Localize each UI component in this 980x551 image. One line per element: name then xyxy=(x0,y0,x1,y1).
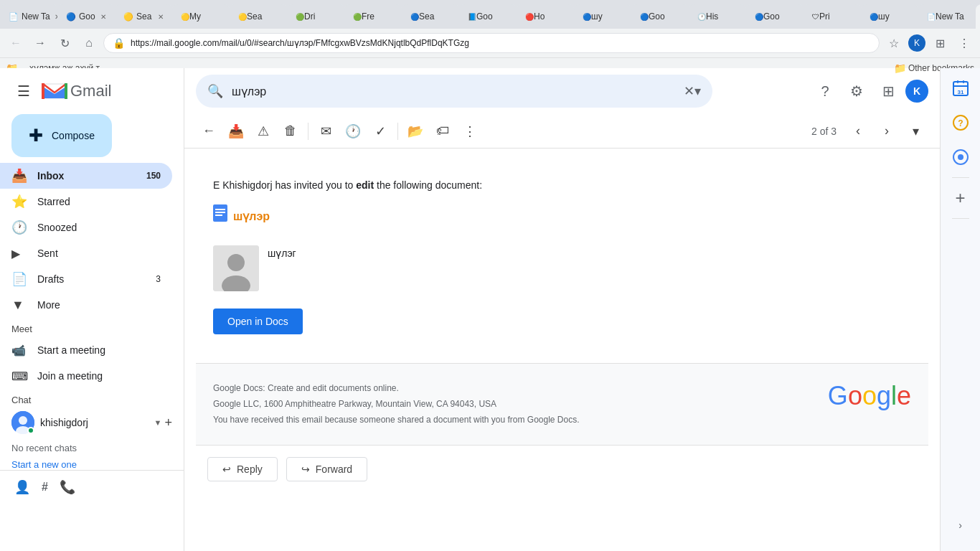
invite-text-before: E Khishigdorj has invited you to xyxy=(213,179,356,191)
tab-5[interactable]: 🟡 Sea xyxy=(230,4,287,29)
reply-button[interactable]: ↩ Reply xyxy=(207,457,278,481)
toolbar-separator-1 xyxy=(308,123,308,140)
home-button[interactable]: ⌂ xyxy=(79,33,99,53)
apps-button[interactable]: ⊞ xyxy=(874,77,903,105)
sent-icon: ▶ xyxy=(11,247,26,260)
svg-rect-7 xyxy=(215,212,225,213)
tab-1[interactable]: 📄 New Ta ✕ xyxy=(0,4,57,29)
nav-item-more[interactable]: ▼ More xyxy=(0,292,172,318)
e-letter: e xyxy=(897,381,911,410)
forward-label: Forward xyxy=(316,463,352,475)
tasks-icon: ? xyxy=(952,114,969,131)
tab-3[interactable]: 🟡 Sea ✕ xyxy=(115,4,172,29)
tab-10[interactable]: 🔴 Ho xyxy=(517,4,574,29)
meet-join-button[interactable]: ⌨ Join a meeting xyxy=(0,363,184,389)
address-bar[interactable]: 🔒 https://mail.google.com/mail/u/0/#sear… xyxy=(103,33,880,53)
nav-item-starred[interactable]: ⭐ Starred xyxy=(0,189,172,215)
sent-label: Sent xyxy=(37,248,161,259)
tab-icon-1: 📄 xyxy=(9,12,19,22)
tab-9[interactable]: 📘 Goo xyxy=(459,4,517,29)
prev-email-button[interactable]: ‹ xyxy=(845,118,871,144)
tab-13[interactable]: 🕐 His xyxy=(689,4,746,29)
chat-user[interactable]: khishigdorj ▼ + xyxy=(0,408,184,437)
report-spam-button[interactable]: ⚠ xyxy=(250,118,276,144)
phone-icon-button[interactable]: 📞 xyxy=(57,476,78,498)
mark-unread-button[interactable]: ✉ xyxy=(313,118,339,144)
nav-item-snoozed[interactable]: 🕐 Snoozed xyxy=(0,215,172,240)
footer-text: Google Docs: Create and edit documents o… xyxy=(213,381,580,428)
more-email-options-button[interactable]: ▾ xyxy=(903,118,928,144)
user-avatar-button[interactable]: K xyxy=(905,80,928,103)
nav-item-drafts[interactable]: 📄 Drafts 3 xyxy=(0,266,172,292)
start-new-chat-link[interactable]: Start a new one xyxy=(0,459,184,470)
chat-dropdown-icon[interactable]: ▼ xyxy=(154,418,162,427)
tab-16[interactable]: 🔵 шу xyxy=(861,4,918,29)
document-link[interactable]: шүлэр xyxy=(213,204,911,228)
meet-start-button[interactable]: 📹 Start a meeting xyxy=(0,337,184,363)
nav-item-sent[interactable]: ▶ Sent xyxy=(0,240,172,266)
more-actions-button[interactable]: ⋮ xyxy=(457,118,483,144)
compose-button[interactable]: ✚ Compose xyxy=(11,114,112,157)
extensions-button[interactable]: ⊞ xyxy=(930,33,950,53)
tab-17[interactable]: 📄 New Ta xyxy=(918,4,976,29)
tab-close-3[interactable]: ✕ xyxy=(154,13,164,21)
search-clear-button[interactable]: ✕ xyxy=(684,83,694,99)
person-icon-button[interactable]: 👤 xyxy=(11,476,33,498)
footer-line-1: Google Docs: Create and edit documents o… xyxy=(213,381,580,397)
reload-button[interactable]: ↻ xyxy=(55,33,75,53)
snooze-button[interactable]: 🕐 xyxy=(340,118,366,144)
hashtag-icon-button[interactable]: # xyxy=(39,476,51,498)
help-button[interactable]: ? xyxy=(811,77,839,105)
tab-bar: 📄 New Ta ✕ 🔵 Goo ✕ 🟡 Sea ✕ 🟡 My 🟡 Sea 🟢 … xyxy=(0,0,980,29)
tab-11[interactable]: 🔵 шу xyxy=(574,4,631,29)
tab-7[interactable]: 🟢 Fre xyxy=(344,4,402,29)
move-to-button[interactable]: 📂 xyxy=(402,118,428,144)
chat-add-button[interactable]: + xyxy=(164,415,172,430)
tab-close-2[interactable]: ✕ xyxy=(96,13,106,21)
tab-6[interactable]: 🟢 Dri xyxy=(287,4,344,29)
docs-icon xyxy=(213,204,227,228)
more-icon: ▼ xyxy=(11,298,26,313)
settings-button[interactable]: ⚙ xyxy=(842,77,871,105)
tab-4[interactable]: 🟡 My xyxy=(172,4,230,29)
archive-button[interactable]: 📥 xyxy=(223,118,249,144)
nav-item-inbox[interactable]: 📥 Inbox 150 xyxy=(0,163,172,189)
forward-button[interactable]: ↪ Forward xyxy=(286,457,367,481)
search-advanced-button[interactable]: ▾ xyxy=(694,83,701,99)
label-button[interactable]: 🏷 xyxy=(430,118,456,144)
expand-icon-button[interactable]: › xyxy=(946,511,975,540)
delete-button[interactable]: 🗑 xyxy=(278,118,303,144)
back-to-list-button[interactable]: ← xyxy=(196,118,222,144)
header-actions: ? ⚙ ⊞ K xyxy=(811,77,928,105)
add-task-button[interactable]: ✓ xyxy=(367,118,393,144)
profile-button[interactable]: K xyxy=(908,34,925,52)
search-input[interactable] xyxy=(232,85,684,98)
tab-2[interactable]: 🔵 Goo ✕ xyxy=(57,4,115,29)
tab-15[interactable]: 🛡 Pri xyxy=(804,4,861,29)
google-logo: Google xyxy=(828,381,911,411)
tab-12[interactable]: 🔵 Goo xyxy=(631,4,689,29)
tab-14[interactable]: 🔵 Goo xyxy=(746,4,804,29)
reply-icon: ↩ xyxy=(222,463,231,475)
bookmark-star-button[interactable]: ☆ xyxy=(884,33,904,53)
address-text: https://mail.google.com/mail/u/0/#search… xyxy=(131,38,870,48)
tab-8[interactable]: 🔵 Sea xyxy=(402,4,459,29)
hamburger-button[interactable]: ☰ xyxy=(11,77,36,105)
next-email-button[interactable]: › xyxy=(874,118,900,144)
menu-button[interactable]: ⋮ xyxy=(954,33,974,53)
drafts-icon: 📄 xyxy=(11,271,26,287)
tab-label-1: New Ta xyxy=(22,11,50,22)
tasks-icon-button[interactable]: ? xyxy=(946,108,975,137)
tab-18[interactable]: ✉ M ✕ xyxy=(976,4,980,29)
forward-button[interactable]: → xyxy=(30,33,50,53)
open-in-docs-button[interactable]: Open in Docs xyxy=(213,309,303,334)
drafts-label: Drafts xyxy=(37,273,156,285)
back-button[interactable]: ← xyxy=(6,33,26,53)
svg-rect-15 xyxy=(963,80,964,83)
keep-icon-button[interactable] xyxy=(946,143,975,171)
svg-rect-0 xyxy=(42,83,44,99)
calendar-icon-button[interactable]: 31 xyxy=(946,74,975,103)
tab-close-1[interactable]: ✕ xyxy=(50,13,57,21)
add-icon-button[interactable]: + xyxy=(946,184,975,212)
snoozed-label: Snoozed xyxy=(37,222,161,233)
